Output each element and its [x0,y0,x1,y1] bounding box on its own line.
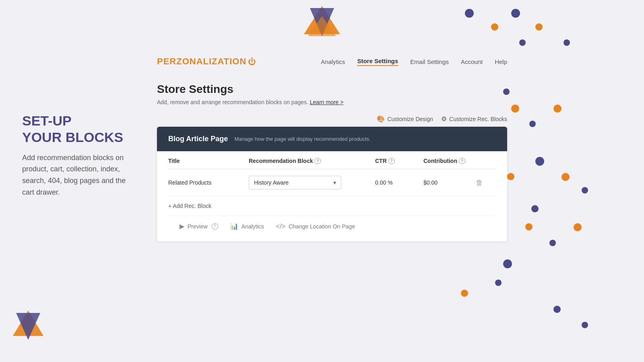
settings-card: Blog Article Page Manage how the page wi… [157,127,507,241]
customize-rec-blocks-button[interactable]: ⚙ Customize Rec. Blocks [441,115,507,123]
decorative-dot-d18 [549,240,556,246]
headline-line2: YOUR BLOCKS [22,130,123,145]
customize-design-button[interactable]: 🎨 Customize Design [377,115,433,123]
col-ctr: CTR ? [375,158,423,164]
left-panel: SET-UP YOUR BLOCKS Add recommendation bl… [22,113,135,198]
analytics-icon: 📊 [230,222,238,230]
row-ctr: 0.00 % [375,179,423,186]
preview-info-icon[interactable]: ? [212,223,218,230]
decorative-dot-d1 [465,9,474,18]
decorative-dot-d3 [491,23,498,31]
left-headline: SET-UP YOUR BLOCKS [22,113,135,146]
decorative-dot-d8 [511,105,519,113]
learn-more-link[interactable]: Learn more > [310,99,344,105]
nav-logo: PERZONALIZATION ⏻ [157,56,256,67]
decorative-dot-d17 [574,223,582,231]
analytics-button[interactable]: 📊 Analytics [230,222,264,230]
change-location-button[interactable]: </> Change Location On Page [276,223,355,230]
decorative-dot-d22 [553,306,561,313]
decorative-dot-d5 [519,39,526,46]
card-header: Blog Article Page Manage how the page wi… [157,127,507,151]
gear-icon: ⚙ [441,115,447,123]
col-recommendation-block: Recommendation Block ? [249,158,375,164]
card-header-subtitle: Manage how the page will display recomme… [234,136,370,142]
action-row: 🎨 Customize Design ⚙ Customize Rec. Bloc… [157,115,507,123]
add-block-row: + Add Rec. Block [168,196,496,216]
palette-icon: 🎨 [377,115,385,123]
ctr-info-icon[interactable]: ? [388,158,395,164]
col-contribution: Contribution ? [423,158,476,164]
nav-email-settings[interactable]: Email Settings [410,58,449,65]
decorative-dot-d9 [553,105,561,113]
card-footer: ▶ Preview ? 📊 Analytics </> Change Locat… [168,216,496,230]
decorative-dot-d19 [503,259,512,268]
col-title: Title [168,158,249,164]
logo-text: PERZONALIZATION [157,56,246,67]
logo-diamond [302,4,342,40]
left-body: Add recommendation blocks on product, ca… [22,152,135,198]
decorative-dot-d2 [511,9,520,18]
decorative-dot-d4 [535,23,543,31]
bottom-diamond [12,310,44,342]
decorative-dot-d20 [495,280,502,286]
preview-button[interactable]: ▶ Preview ? [180,222,218,230]
decorative-dot-d12 [507,173,514,180]
nav-links: Analytics Store Settings Email Settings … [321,58,507,66]
contribution-info-icon[interactable]: ? [459,158,465,164]
table-row: Related Products History Aware ▾ 0.00 % … [168,169,496,196]
nav-help[interactable]: Help [495,58,507,65]
add-rec-block-button[interactable]: + Add Rec. Block [168,203,211,209]
code-icon: </> [276,223,285,230]
card-body: Title Recommendation Block ? CTR ? Contr… [157,151,507,241]
decorative-dot-d11 [535,157,544,166]
page-title: Store Settings [157,83,507,96]
nav-account[interactable]: Account [461,58,483,65]
row-delete-cell: 🗑 [476,179,496,187]
main-content: PERZONALIZATION ⏻ Analytics Store Settin… [157,56,507,241]
decorative-dot-d21 [461,290,468,297]
col-actions [476,158,496,164]
decorative-dot-d23 [582,322,588,328]
headline-line1: SET-UP [22,113,72,128]
row-title: Related Products [168,179,249,186]
decorative-dot-d10 [529,121,536,127]
nav-store-settings[interactable]: Store Settings [357,58,398,66]
row-block-dropdown-cell: History Aware ▾ [249,176,375,189]
rec-block-info-icon[interactable]: ? [314,158,321,164]
decorative-dot-d16 [525,223,533,230]
nav-bar: PERZONALIZATION ⏻ Analytics Store Settin… [157,56,507,67]
row-contribution: $0.00 [423,179,476,186]
card-header-title: Blog Article Page [168,135,228,143]
decorative-dot-d14 [582,187,588,193]
delete-row-icon[interactable]: 🗑 [476,179,483,187]
nav-analytics[interactable]: Analytics [321,58,345,65]
table-header: Title Recommendation Block ? CTR ? Contr… [168,151,496,169]
chevron-down-icon: ▾ [333,179,336,186]
decorative-dot-d15 [531,205,539,212]
recommendation-block-dropdown[interactable]: History Aware ▾ [249,176,341,189]
play-icon: ▶ [180,222,184,230]
logo-power-icon: ⏻ [248,57,256,66]
decorative-dot-d13 [561,173,570,181]
page-subtitle: Add, remove and arrange recommendation b… [157,99,507,105]
decorative-dot-d6 [564,39,570,46]
